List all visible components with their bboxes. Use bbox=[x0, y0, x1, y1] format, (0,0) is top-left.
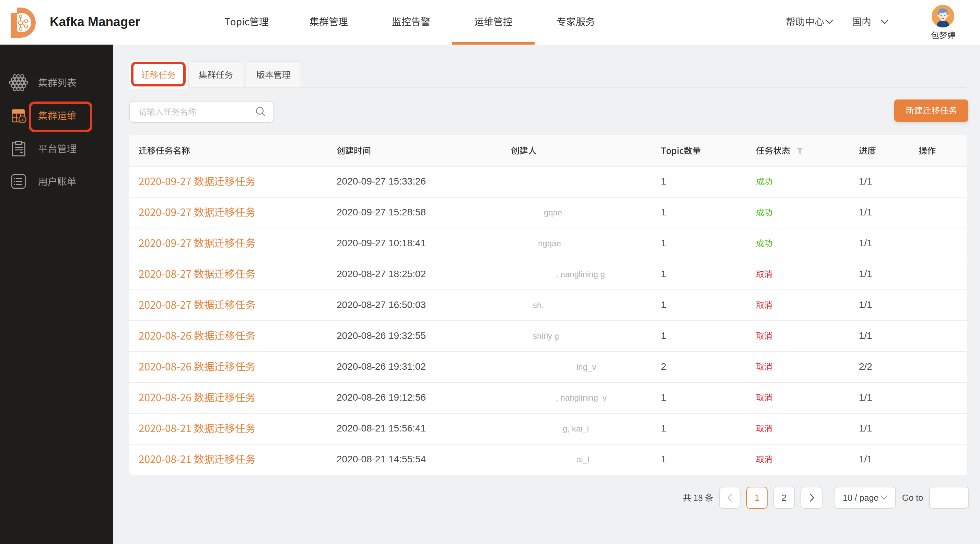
svg-text:$: $ bbox=[21, 117, 24, 122]
